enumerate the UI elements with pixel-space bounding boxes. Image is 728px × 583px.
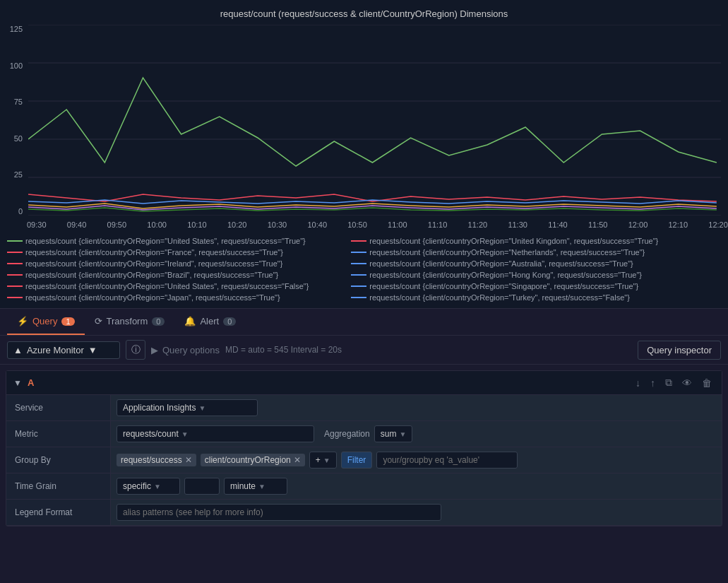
query-meta: MD = auto = 545 Interval = 20s bbox=[225, 345, 342, 355]
y-axis-label: 25 bbox=[14, 170, 23, 179]
filter-button[interactable]: Filter bbox=[341, 452, 373, 469]
legend-format-input[interactable] bbox=[117, 504, 441, 521]
legend-item: requests/count {client/countryOrRegion="… bbox=[7, 259, 350, 269]
filter-input[interactable] bbox=[376, 452, 518, 469]
chart-svg bbox=[28, 25, 721, 218]
legend-line bbox=[7, 240, 23, 242]
time-grain-number-input[interactable]: 5 bbox=[184, 478, 220, 495]
legend-line bbox=[351, 297, 366, 298]
legend-text: requests/count {client/countryOrRegion="… bbox=[25, 248, 283, 257]
azure-monitor-icon: ▲ bbox=[13, 345, 23, 355]
tag-request-success-text: request/success bbox=[121, 455, 182, 465]
group-by-value: request/success ✕ client/countryOrRegion… bbox=[111, 447, 722, 473]
legend-text: requests/count {client/countryOrRegion="… bbox=[369, 248, 645, 257]
y-axis-label: 75 bbox=[14, 98, 23, 106]
time-grain-row: Time Grain specific ▼ 5 minute ▼ bbox=[6, 473, 722, 500]
x-axis-label: 09:50 bbox=[107, 220, 127, 229]
time-grain-specific-select[interactable]: specific ▼ bbox=[117, 478, 180, 495]
tab-alert-badge: 0 bbox=[223, 317, 236, 326]
remove-country-region-button[interactable]: ✕ bbox=[294, 455, 301, 465]
datasource-select[interactable]: ▲ Azure Monitor ▼ bbox=[7, 341, 120, 359]
panel-actions: ↓ ↑ ⧉ 👁 🗑 bbox=[633, 375, 715, 390]
metric-select-arrow-icon: ▼ bbox=[181, 430, 189, 438]
legend-text: requests/count {client/countryOrRegion="… bbox=[25, 271, 278, 279]
delete-button[interactable]: 🗑 bbox=[699, 375, 715, 390]
x-axis-label: 10:20 bbox=[227, 220, 247, 229]
legend-text: requests/count {client/countryOrRegion="… bbox=[369, 237, 658, 245]
query-inspector-button[interactable]: Query inspector bbox=[638, 341, 721, 360]
plus-icon: + bbox=[316, 455, 321, 465]
move-down-button[interactable]: ↓ bbox=[633, 375, 643, 390]
datasource-arrow-icon: ▼ bbox=[88, 345, 97, 355]
service-value-text: Application Insights bbox=[123, 403, 196, 413]
legend-line bbox=[351, 274, 366, 276]
legend-line bbox=[351, 263, 366, 264]
tab-query[interactable]: ⚡ Query 1 bbox=[7, 309, 85, 335]
x-axis-label: 09:30 bbox=[27, 220, 47, 229]
legend-text: requests/count {client/countryOrRegion="… bbox=[369, 271, 642, 279]
info-button[interactable]: ⓘ bbox=[126, 340, 145, 360]
legend-format-label: Legend Format bbox=[6, 500, 111, 525]
unit-select-arrow-icon: ▼ bbox=[258, 483, 265, 490]
x-axis-label: 10:40 bbox=[307, 220, 327, 229]
legend-format-value bbox=[111, 500, 722, 525]
x-axis-label: 11:40 bbox=[548, 220, 568, 229]
service-select[interactable]: Application Insights ▼ bbox=[117, 399, 258, 416]
specific-select-arrow-icon: ▼ bbox=[154, 483, 161, 490]
legend-item: requests/count {client/countryOrRegion="… bbox=[351, 293, 693, 302]
y-axis-label: 125 bbox=[10, 25, 23, 33]
tag-request-success: request/success ✕ bbox=[117, 454, 196, 466]
group-by-row: Group By request/success ✕ client/countr… bbox=[6, 447, 722, 473]
duplicate-button[interactable]: ⧉ bbox=[662, 375, 675, 390]
legend-line bbox=[7, 297, 23, 298]
x-axis-label: 12:00 bbox=[628, 220, 648, 229]
x-axis-label: 11:10 bbox=[428, 220, 448, 229]
query-panel: ▼ A ↓ ↑ ⧉ 👁 🗑 Service Application Insigh… bbox=[6, 370, 722, 526]
y-axis: 1251007550250 bbox=[7, 25, 28, 216]
x-axis: 09:3009:4009:5010:0010:1010:2010:3010:40… bbox=[0, 218, 728, 232]
alert-icon: 🔔 bbox=[184, 316, 196, 326]
tab-transform[interactable]: ⟳ Transform 0 bbox=[85, 309, 175, 335]
service-label: Service bbox=[6, 395, 111, 420]
transform-icon: ⟳ bbox=[95, 316, 102, 326]
specific-value-text: specific bbox=[123, 481, 151, 491]
query-options-button[interactable]: ▶ Query options bbox=[151, 345, 220, 355]
y-axis-label: 0 bbox=[18, 207, 23, 216]
tab-transform-label: Transform bbox=[107, 316, 148, 326]
move-up-button[interactable]: ↑ bbox=[648, 375, 658, 390]
remove-request-success-button[interactable]: ✕ bbox=[185, 455, 192, 465]
add-group-by-arrow-icon: ▼ bbox=[323, 457, 330, 464]
tab-alert[interactable]: 🔔 Alert 0 bbox=[174, 309, 246, 335]
x-axis-label: 10:50 bbox=[347, 220, 367, 229]
service-select-arrow-icon: ▼ bbox=[198, 404, 205, 412]
x-axis-label: 11:20 bbox=[468, 220, 488, 229]
legend-line bbox=[351, 252, 366, 253]
query-toolbar: ▲ Azure Monitor ▼ ⓘ ▶ Query options MD =… bbox=[0, 336, 728, 365]
metric-select[interactable]: requests/count ▼ bbox=[117, 425, 314, 442]
metric-value-text: requests/count bbox=[123, 429, 179, 439]
time-grain-unit-select[interactable]: minute ▼ bbox=[224, 478, 287, 495]
time-grain-label: Time Grain bbox=[6, 473, 111, 499]
legend-line bbox=[351, 240, 366, 242]
aggregation-select-arrow-icon: ▼ bbox=[399, 430, 406, 438]
aggregation-select[interactable]: sum ▼ bbox=[374, 425, 413, 442]
legend-text: requests/count {client/countryOrRegion="… bbox=[25, 282, 309, 290]
time-grain-value: specific ▼ 5 minute ▼ bbox=[111, 473, 722, 499]
legend-row-5: requests/count {client/countryOrRegion="… bbox=[7, 281, 721, 291]
legend-item: requests/count {client/countryOrRegion="… bbox=[351, 281, 693, 291]
legend-item: requests/count {client/countryOrRegion="… bbox=[351, 270, 693, 280]
metric-value: requests/count ▼ Aggregation sum ▼ bbox=[111, 421, 722, 447]
tab-query-label: Query bbox=[32, 316, 57, 326]
aggregation-label: Aggregation bbox=[324, 429, 370, 439]
legend-line bbox=[7, 252, 23, 253]
tabs-bar: ⚡ Query 1 ⟳ Transform 0 🔔 Alert 0 bbox=[0, 309, 728, 336]
chart-container: request/count (request/success & client/… bbox=[0, 0, 728, 309]
eye-button[interactable]: 👁 bbox=[679, 375, 695, 390]
legend-item: requests/count {client/countryOrRegion="… bbox=[351, 259, 693, 269]
tag-country-region-text: client/countryOrRegion bbox=[205, 455, 291, 465]
x-axis-label: 10:00 bbox=[147, 220, 167, 229]
collapse-button[interactable]: ▼ bbox=[13, 378, 22, 388]
legend-item: requests/count {client/countryOrRegion="… bbox=[7, 247, 350, 257]
add-group-by-button[interactable]: + ▼ bbox=[309, 452, 337, 469]
x-axis-label: 11:00 bbox=[388, 220, 407, 229]
